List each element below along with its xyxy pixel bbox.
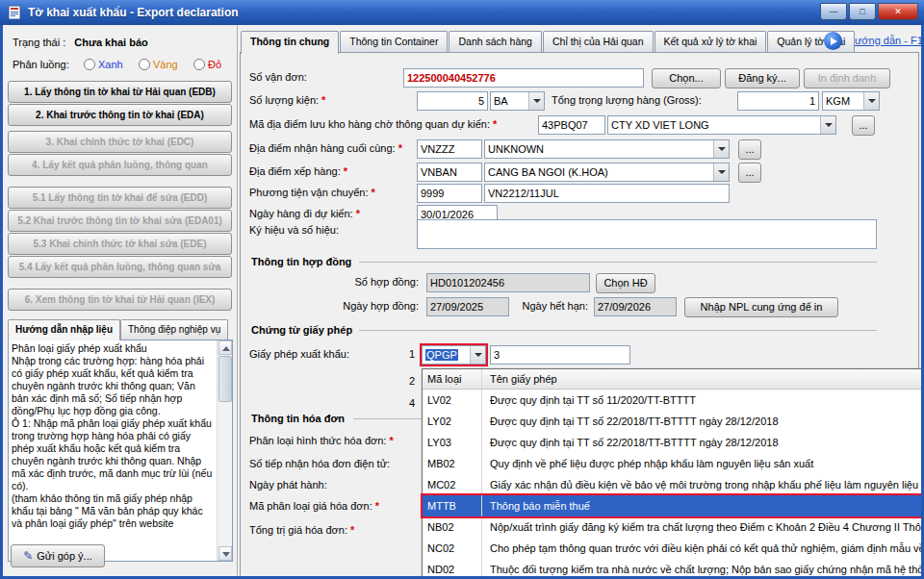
choose-contract-button[interactable]: Chọn HĐ	[596, 273, 655, 293]
action-pre-declare-eda[interactable]: 2. Khai trước thông tin tờ khai (EDA)	[8, 104, 232, 126]
invoice-type-label: Phân loại hình thức hóa đơn:	[249, 435, 386, 446]
invoice-group-header: Thông tin hóa đơn	[251, 413, 345, 424]
contract-date-field: 27/09/2025	[426, 297, 509, 316]
action-get-edit-edd: 5.1 Lấy thông tin tờ khai để sửa (EDD)	[8, 187, 232, 209]
dropdown-row-nb02[interactable]: NB02Nộp/xuất trình giấy đăng ký kiểm tra…	[423, 516, 924, 538]
invoice-receipt-label: Số tiếp nhận hóa đơn điện tử:	[249, 458, 390, 469]
help-icon[interactable]	[824, 32, 842, 50]
status-value: Chưa khai báo	[74, 37, 147, 48]
dropdown-row-ly02[interactable]: LY02Được quy định tại TT số 22/2018/TT-B…	[423, 411, 924, 432]
title-bar: Tờ khai xuất khẩu - Export declaration —…	[0, 0, 924, 25]
main-area: Thông tin chungThông tin ContainerDanh s…	[238, 25, 921, 579]
input-guide-text: Phân loại giấy phép xuất khẩu Nhập trong…	[12, 342, 215, 559]
register-button[interactable]: Đăng ký...	[725, 68, 800, 88]
loading-point-more-button[interactable]: ...	[738, 163, 761, 183]
loading-point-code-field[interactable]: VNBAN	[417, 163, 482, 182]
chevron-down-icon	[528, 92, 544, 110]
vehicle-code-field[interactable]: 9999	[417, 184, 482, 203]
chevron-down-icon	[470, 346, 485, 364]
guide-scrollbar[interactable]	[217, 340, 232, 561]
marks-label: Ký hiệu và số hiệu:	[249, 224, 339, 236]
vehicle-label: Phương tiện vận chuyển:	[249, 187, 368, 198]
bill-number-field[interactable]: 122500040452776	[403, 68, 644, 88]
export-declaration-window: Tờ khai xuất khẩu - Export declaration —…	[0, 0, 924, 579]
final-dest-name-combo[interactable]: UNKNOWN	[484, 139, 730, 159]
contract-expiry-field: 27/09/2026	[594, 297, 677, 316]
dropdown-row-nc02[interactable]: NC02Cho phép tạm thông quan trước với đi…	[423, 538, 924, 559]
radio-do[interactable]: Đỏ	[193, 59, 221, 70]
print-id-button: In định danh	[804, 68, 890, 88]
tab-container-info[interactable]: Thông tin Container	[340, 31, 448, 52]
action-get-result: 4. Lấy kết quả phân luồng, thông quan	[8, 154, 232, 176]
final-dest-code-field[interactable]: VNZZZ	[417, 139, 482, 159]
tab-business-messages[interactable]: Thông điệp nghiệp vụ	[120, 319, 228, 340]
radio-xanh-label: Xanh	[98, 59, 123, 70]
packages-unit-combo[interactable]: BA	[490, 91, 545, 111]
radio-vang-icon[interactable]	[139, 59, 150, 70]
export-license-label: Giấy phép xuất khẩu:	[249, 348, 349, 360]
chevron-down-icon	[713, 140, 729, 158]
gross-field[interactable]: 1	[737, 91, 819, 111]
dropdown-col-code: Mã loại	[423, 369, 482, 389]
tab-general-info[interactable]: Thông tin chung	[241, 31, 339, 54]
vehicle-name-field[interactable]: VN2212/11JUL	[484, 184, 730, 203]
license-row3-number: 4	[409, 397, 415, 409]
maximize-button-icon[interactable]: □	[849, 3, 876, 20]
warehouse-more-button[interactable]: ...	[852, 115, 875, 136]
close-button-icon[interactable]: ✕	[878, 3, 918, 20]
contract-date-label: Ngày hợp đồng:	[343, 300, 419, 312]
input-guide-box[interactable]: Phân loại giấy phép xuất khẩu Nhập trong…	[8, 340, 233, 562]
invoice-price-class-label: Mã phân loại giá hóa đơn:	[249, 500, 372, 512]
depart-date-label: Ngày hàng đi dự kiến:	[249, 208, 353, 219]
contract-number-label: Số hợp đồng:	[354, 276, 419, 288]
action-get-edit-result: 5.4 Lấy kết quả phân luồng, thông quan s…	[8, 256, 232, 278]
radio-xanh[interactable]: Xanh	[84, 59, 123, 70]
tab-customs-directive[interactable]: Chỉ thị của Hải quan	[543, 31, 654, 52]
warehouse-code-field[interactable]: 43PBQ07	[538, 115, 605, 135]
dropdown-row-mc02[interactable]: MC02Giấy xác nhận đủ điều kiện về bảo vệ…	[423, 474, 924, 495]
tab-goods-list[interactable]: Danh sách hàng	[449, 31, 541, 52]
minimize-button-icon[interactable]: —	[820, 3, 847, 20]
scroll-thumb[interactable]	[218, 356, 232, 402]
choose-bill-button[interactable]: Chọn...	[652, 68, 721, 88]
packages-field[interactable]: 5	[417, 91, 488, 111]
dropdown-row-nd02[interactable]: ND02Thuộc đối tượng kiểm tra nhà nước về…	[423, 559, 924, 579]
app-icon	[7, 5, 22, 20]
final-dest-label: Địa điểm nhận hàng cuối cùng:	[249, 142, 396, 154]
help-link[interactable]: Hướng dẫn - F1	[847, 35, 923, 46]
radio-do-icon[interactable]	[193, 59, 205, 70]
warehouse-name-combo[interactable]: CTY XD VIET LONG	[607, 115, 836, 135]
final-dest-more-button[interactable]: ...	[738, 139, 761, 160]
scroll-down-icon[interactable]	[218, 546, 232, 561]
dropdown-row-ly03[interactable]: LY03Được quy định tại TT số 22/2018/TT-B…	[423, 432, 924, 453]
gross-label: Tổng trọng lượng hàng (Gross):	[552, 94, 702, 106]
status-label: Trạng thái :	[13, 37, 65, 48]
scroll-up-icon[interactable]	[218, 340, 232, 355]
dropdown-row-lv02[interactable]: LV02Được quy định tại TT số 11/2020/TT-B…	[423, 390, 924, 411]
license-group-header: Chứng từ giấy phép	[251, 324, 352, 336]
license-number-field[interactable]: 3	[490, 345, 630, 365]
dropdown-row-mttb-selected[interactable]: MTTBThông báo miễn thuế	[423, 495, 924, 516]
chevron-down-icon	[820, 116, 835, 134]
npl-supply-button[interactable]: Nhập NPL cung ứng để in	[684, 297, 838, 317]
action-get-info-edb[interactable]: 1. Lấy thông tin tờ khai từ Hải quan (ED…	[8, 81, 232, 103]
feedback-button[interactable]: ✎ Gửi góp ý...	[11, 544, 105, 567]
radio-vang-label: Vàng	[153, 59, 178, 70]
tab-processing-result[interactable]: Kết quả xử lý tờ khai	[654, 31, 767, 52]
chevron-down-icon	[713, 164, 729, 181]
contract-expiry-label: Ngày hết hạn:	[523, 300, 589, 312]
main-tabstrip: Thông tin chungThông tin ContainerDanh s…	[241, 31, 856, 53]
tab-input-guide[interactable]: Hướng dẫn nhập liệu	[8, 319, 120, 340]
gross-unit-combo[interactable]: KGM	[822, 91, 880, 111]
license-type-combo[interactable]: QPGP	[422, 345, 486, 365]
marks-field[interactable]	[417, 219, 877, 249]
loading-point-name-combo[interactable]: CANG BA NGOI (K.HOA)	[484, 163, 730, 182]
radio-xanh-icon[interactable]	[84, 59, 95, 70]
action-declare-edc: 3. Khai chính thức tờ khai (EDC)	[8, 131, 232, 153]
license-row1-number: 1	[409, 348, 415, 360]
dropdown-row-mb02[interactable]: MB02Quy định về phế liệu được phép nhập …	[423, 453, 924, 474]
radio-vang[interactable]: Vàng	[139, 59, 178, 70]
license-row2-number: 2	[409, 375, 415, 387]
invoice-total-label: Tổng trị giá hóa đơn:	[249, 524, 347, 536]
stream-label: Phân luồng:	[13, 59, 69, 70]
